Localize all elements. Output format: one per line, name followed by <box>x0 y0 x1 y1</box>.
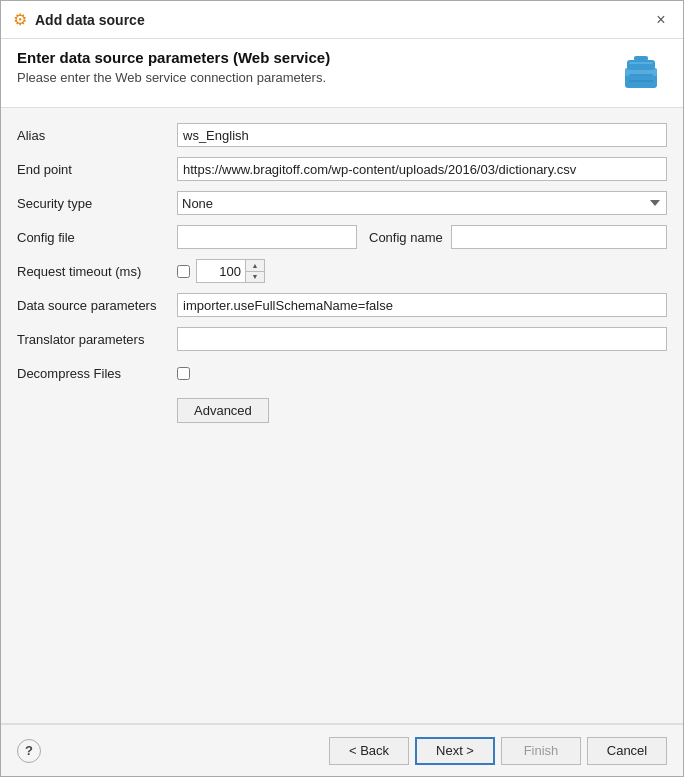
translator-params-input[interactable] <box>177 327 667 351</box>
config-file-row: Config file Config name <box>17 224 667 250</box>
data-source-params-row: Data source parameters <box>17 292 667 318</box>
dialog-icon: ⚙ <box>13 10 27 29</box>
decompress-files-checkbox[interactable] <box>177 367 190 380</box>
decompress-files-label: Decompress Files <box>17 366 177 381</box>
security-type-label: Security type <box>17 196 177 211</box>
translator-params-row: Translator parameters <box>17 326 667 352</box>
header-section: Enter data source parameters (Web servic… <box>1 39 683 108</box>
data-source-params-input[interactable] <box>177 293 667 317</box>
request-timeout-label: Request timeout (ms) <box>17 264 177 279</box>
svg-rect-6 <box>629 80 653 82</box>
advanced-button[interactable]: Advanced <box>177 398 269 423</box>
footer-right: < Back Next > Finish Cancel <box>329 737 667 765</box>
timeout-checkbox[interactable] <box>177 265 190 278</box>
title-bar: ⚙ Add data source × <box>1 1 683 39</box>
svg-rect-2 <box>627 60 655 70</box>
endpoint-row: End point <box>17 156 667 182</box>
svg-rect-5 <box>629 74 653 76</box>
spinner-down-button[interactable]: ▼ <box>246 271 264 282</box>
alias-label: Alias <box>17 128 177 143</box>
spinner-up-button[interactable]: ▲ <box>246 260 264 271</box>
security-type-select[interactable]: None Basic Digest NTLM <box>177 191 667 215</box>
header-title: Enter data source parameters (Web servic… <box>17 49 330 66</box>
title-bar-left: ⚙ Add data source <box>13 10 145 29</box>
alias-row: Alias <box>17 122 667 148</box>
help-button[interactable]: ? <box>17 739 41 763</box>
back-button[interactable]: < Back <box>329 737 409 765</box>
dialog: ⚙ Add data source × Enter data source pa… <box>0 0 684 777</box>
spinner-buttons: ▲ ▼ <box>246 259 265 283</box>
spinner-container: ▲ ▼ <box>196 259 265 283</box>
alias-input[interactable] <box>177 123 667 147</box>
translator-params-label: Translator parameters <box>17 332 177 347</box>
header-icon-container <box>615 49 667 95</box>
header-texts: Enter data source parameters (Web servic… <box>17 49 330 85</box>
config-file-label: Config file <box>17 230 177 245</box>
svg-rect-3 <box>629 62 653 64</box>
finish-button[interactable]: Finish <box>501 737 581 765</box>
advanced-button-row: Advanced <box>17 394 667 423</box>
data-source-params-label: Data source parameters <box>17 298 177 313</box>
endpoint-input[interactable] <box>177 157 667 181</box>
svg-rect-4 <box>634 56 648 61</box>
request-timeout-row: Request timeout (ms) ▲ ▼ <box>17 258 667 284</box>
header-subtitle: Please enter the Web service connection … <box>17 70 330 85</box>
footer: ? < Back Next > Finish Cancel <box>1 724 683 776</box>
cancel-button[interactable]: Cancel <box>587 737 667 765</box>
endpoint-label: End point <box>17 162 177 177</box>
dialog-title: Add data source <box>35 12 145 28</box>
footer-left: ? <box>17 739 41 763</box>
close-button[interactable]: × <box>651 10 671 30</box>
config-file-input[interactable] <box>177 225 357 249</box>
security-type-row: Security type None Basic Digest NTLM <box>17 190 667 216</box>
timeout-input[interactable] <box>196 259 246 283</box>
next-button[interactable]: Next > <box>415 737 495 765</box>
decompress-files-row: Decompress Files <box>17 360 667 386</box>
config-name-label: Config name <box>369 230 443 245</box>
config-name-input[interactable] <box>451 225 667 249</box>
database-icon <box>619 50 663 94</box>
form-section: Alias End point Security type None Basic… <box>1 108 683 723</box>
